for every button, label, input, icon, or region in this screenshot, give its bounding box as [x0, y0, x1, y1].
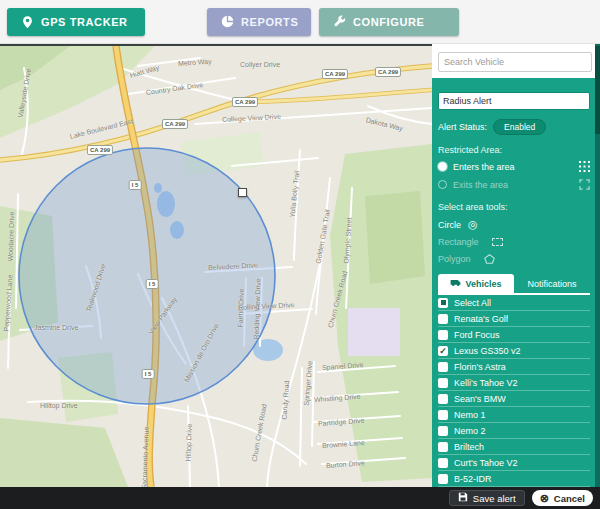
main-content: Valleyside DriveHiatt WayMetro WayCountr…	[0, 44, 600, 487]
gps-tracker-button[interactable]: GPS TRACKER	[7, 8, 145, 36]
search-bar	[432, 44, 600, 78]
cancel-label: Cancel	[554, 493, 585, 504]
vehicle-row[interactable]: Curt's Tahoe V2	[438, 455, 590, 471]
configure-button[interactable]: CONFIGURE	[319, 8, 459, 36]
exits-label: Exits the area	[453, 180, 508, 190]
grid-select-icon	[579, 161, 590, 172]
floppy-disk-icon	[458, 492, 468, 504]
vehicle-row[interactable]: Kelli's Tahoe V2	[438, 375, 590, 391]
vehicle-name: Nemo 1	[454, 410, 486, 420]
pie-chart-icon	[221, 15, 234, 28]
enters-area-option[interactable]: Enters the area	[438, 159, 590, 174]
vehicle-row[interactable]: Ford Focus	[438, 327, 590, 343]
radius-circle	[19, 148, 275, 404]
select-all-checkbox[interactable]	[438, 298, 448, 308]
enters-label: Enters the area	[453, 162, 515, 172]
save-alert-label: Save alert	[473, 493, 516, 504]
exits-area-option[interactable]: Exits the area	[438, 177, 590, 192]
vehicle-name: Lexus GS350 v2	[454, 346, 521, 356]
vehicle-row[interactable]: Renata's Golf	[438, 311, 590, 327]
vehicle-name: Nemo 2	[454, 426, 486, 436]
vehicle-row[interactable]: Nemo 2	[438, 423, 590, 439]
polygon-tool-icon	[484, 254, 495, 264]
vehicle-name: Renata's Golf	[454, 314, 508, 324]
polygon-tool-label: Polygon	[438, 254, 471, 264]
expand-arrows-icon	[579, 179, 590, 190]
tab-notifications-label: Notifications	[527, 279, 576, 289]
vehicle-row[interactable]: ✓Lexus GS350 v2	[438, 343, 590, 359]
vehicle-row[interactable]: Florin's Astra	[438, 359, 590, 375]
vehicle-checkbox[interactable]	[438, 394, 448, 404]
tab-bar: Vehicles Notifications	[438, 274, 590, 295]
map-canvas[interactable]	[0, 46, 432, 487]
vehicle-name: Ford Focus	[454, 330, 500, 340]
vehicle-checkbox[interactable]	[438, 378, 448, 388]
circle-tool-label: Circle	[438, 220, 461, 230]
wrench-icon	[333, 15, 346, 28]
radius-resize-handle[interactable]	[238, 188, 247, 197]
circle-x-icon: ⊗	[540, 493, 549, 504]
vehicle-row[interactable]: B-52-IDR	[438, 471, 590, 487]
configure-label: CONFIGURE	[353, 16, 424, 28]
vehicle-name: Curt's Tahoe V2	[454, 458, 518, 468]
map[interactable]: Valleyside DriveHiatt WayMetro WayCountr…	[0, 44, 432, 487]
vehicle-checkbox[interactable]	[438, 362, 448, 372]
sidebar-scrollbar[interactable]	[595, 44, 600, 487]
vehicle-checkbox[interactable]	[438, 410, 448, 420]
reports-button[interactable]: REPORTS	[207, 8, 311, 36]
tab-vehicles[interactable]: Vehicles	[438, 274, 514, 293]
vehicle-name: Florin's Astra	[454, 362, 506, 372]
vehicle-list: Renata's GolfFord Focus✓Lexus GS350 v2Fl…	[438, 311, 590, 487]
alert-status-label: Alert Status:	[438, 122, 487, 132]
search-input[interactable]	[438, 52, 592, 72]
vehicle-icon	[450, 279, 461, 289]
toolbar: GPS TRACKER REPORTS CONFIGURE	[0, 0, 600, 44]
circle-tool[interactable]: Circle ◎	[438, 217, 590, 232]
vehicle-name: Briltech	[454, 442, 484, 452]
cancel-button[interactable]: ⊗ Cancel	[532, 490, 593, 506]
vehicle-row[interactable]: Nemo 1	[438, 407, 590, 423]
select-all-label: Select All	[454, 298, 491, 308]
rectangle-tool-label: Rectangle	[438, 237, 479, 247]
enters-radio[interactable]	[438, 162, 447, 171]
reports-label: REPORTS	[241, 16, 298, 28]
footer-bar: Save alert ⊗ Cancel	[0, 487, 600, 509]
rectangle-tool-icon	[492, 238, 503, 246]
vehicle-name: Kelli's Tahoe V2	[454, 378, 518, 388]
vehicle-row[interactable]: Sean's BMW	[438, 391, 590, 407]
scrollbar-thumb[interactable]	[595, 46, 600, 134]
vehicle-name: Sean's BMW	[454, 394, 506, 404]
alert-panel: Alert Status: Enabled Restricted Area: E…	[432, 78, 600, 487]
circle-tool-icon: ◎	[468, 219, 478, 230]
vehicle-checkbox[interactable]	[438, 442, 448, 452]
vehicle-name: B-52-IDR	[454, 474, 492, 484]
rectangle-tool[interactable]: Rectangle	[438, 234, 590, 249]
app-window: GPS TRACKER REPORTS CONFIGURE	[0, 0, 600, 509]
alert-name-input[interactable]	[438, 92, 590, 110]
polygon-tool[interactable]: Polygon	[438, 251, 590, 266]
exits-radio[interactable]	[438, 180, 447, 189]
vehicle-checkbox[interactable]	[438, 330, 448, 340]
vehicle-checkbox[interactable]	[438, 314, 448, 324]
vehicle-checkbox[interactable]: ✓	[438, 346, 448, 356]
tab-vehicles-label: Vehicles	[465, 279, 501, 289]
map-pin-icon	[21, 15, 34, 29]
tab-notifications[interactable]: Notifications	[514, 274, 590, 293]
vehicle-checkbox[interactable]	[438, 426, 448, 436]
vehicle-checkbox[interactable]	[438, 474, 448, 484]
area-tools-label: Select area tools:	[438, 202, 590, 213]
vehicle-row[interactable]: Briltech	[438, 439, 590, 455]
vehicle-checkbox[interactable]	[438, 458, 448, 468]
sidebar: Alert Status: Enabled Restricted Area: E…	[432, 44, 600, 487]
select-all-row[interactable]: Select All	[438, 295, 590, 311]
save-alert-button[interactable]: Save alert	[449, 490, 525, 506]
gps-tracker-label: GPS TRACKER	[41, 16, 128, 28]
restricted-area-label: Restricted Area:	[438, 145, 590, 156]
alert-status-toggle[interactable]: Enabled	[493, 119, 546, 135]
